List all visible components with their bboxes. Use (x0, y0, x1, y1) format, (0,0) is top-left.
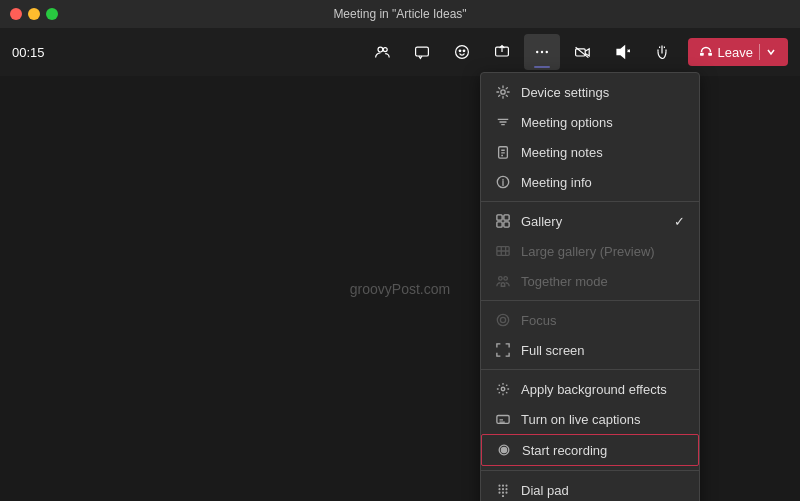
focus-label: Focus (521, 313, 556, 328)
chat-button[interactable] (404, 34, 440, 70)
meeting-notes-icon (495, 144, 511, 160)
svg-point-8 (540, 51, 542, 53)
svg-point-17 (501, 90, 505, 94)
window-title: Meeting in "Article Ideas" (333, 7, 466, 21)
more-options-menu: Device settingsMeeting optionsMeeting no… (480, 72, 700, 501)
fullscreen-label: Full screen (521, 343, 585, 358)
menu-item-large-gallery: Large gallery (Preview) (481, 236, 699, 266)
menu-item-meeting-notes[interactable]: Meeting notes (481, 137, 699, 167)
large-gallery-label: Large gallery (Preview) (521, 244, 655, 259)
large-gallery-icon (495, 243, 511, 259)
minimize-dot[interactable] (28, 8, 40, 20)
svg-point-1 (383, 48, 387, 52)
svg-point-9 (545, 51, 547, 53)
reactions-icon (454, 44, 470, 60)
menu-separator-after-meeting-info (481, 201, 699, 202)
chat-icon (414, 44, 430, 60)
meeting-notes-label: Meeting notes (521, 145, 603, 160)
svg-point-5 (463, 50, 465, 52)
participants-button[interactable] (364, 34, 400, 70)
titlebar: Meeting in "Article Ideas" (0, 0, 800, 28)
device-settings-icon (495, 84, 511, 100)
svg-rect-2 (415, 47, 428, 56)
menu-separator-after-together-mode (481, 300, 699, 301)
svg-point-7 (536, 51, 538, 53)
gallery-label: Gallery (521, 214, 562, 229)
share-screen-button[interactable] (484, 34, 520, 70)
svg-point-36 (498, 488, 500, 490)
meeting-options-label: Meeting options (521, 115, 613, 130)
meeting-info-label: Meeting info (521, 175, 592, 190)
toolbar-actions: Leave (364, 34, 788, 70)
background-effects-label: Apply background effects (521, 382, 667, 397)
svg-point-33 (498, 485, 500, 487)
svg-rect-20 (497, 215, 502, 220)
reactions-button[interactable] (444, 34, 480, 70)
menu-item-gallery[interactable]: Gallery✓ (481, 206, 699, 236)
toolbar: 00:15 (0, 28, 800, 76)
menu-item-live-captions[interactable]: Turn on live captions (481, 404, 699, 434)
leave-chevron-icon (766, 47, 776, 57)
raise-hand-button[interactable] (644, 34, 680, 70)
menu-item-meeting-options[interactable]: Meeting options (481, 107, 699, 137)
svg-point-27 (500, 317, 505, 322)
fullscreen-icon (495, 342, 511, 358)
background-effects-icon (495, 381, 511, 397)
menu-item-together-mode: Together mode (481, 266, 699, 296)
close-dot[interactable] (10, 8, 22, 20)
svg-point-41 (505, 492, 507, 494)
dial-pad-icon (495, 482, 511, 498)
svg-point-29 (501, 387, 505, 391)
mute-icon (614, 44, 630, 60)
more-options-button[interactable] (524, 34, 560, 70)
maximize-dot[interactable] (46, 8, 58, 20)
participants-icon (374, 44, 390, 60)
svg-point-39 (498, 492, 500, 494)
svg-point-34 (502, 485, 504, 487)
start-recording-icon (496, 442, 512, 458)
svg-point-25 (499, 277, 503, 281)
leave-phone-icon (700, 46, 712, 58)
menu-item-background-effects[interactable]: Apply background effects (481, 374, 699, 404)
menu-separator-after-start-recording (481, 470, 699, 471)
svg-point-26 (504, 277, 508, 281)
together-mode-icon (495, 273, 511, 289)
svg-rect-21 (504, 215, 509, 220)
device-settings-label: Device settings (521, 85, 609, 100)
svg-point-3 (455, 46, 468, 59)
svg-point-32 (501, 447, 506, 452)
start-recording-label: Start recording (522, 443, 607, 458)
svg-point-38 (505, 488, 507, 490)
svg-rect-16 (708, 53, 712, 56)
leave-divider (759, 44, 760, 60)
main-area: 00:15 (0, 28, 800, 501)
menu-item-dial-pad[interactable]: Dial pad (481, 475, 699, 501)
svg-point-0 (378, 47, 383, 52)
watermark: groovyPost.com (350, 281, 450, 297)
live-captions-icon (495, 411, 511, 427)
menu-item-focus: Focus (481, 305, 699, 335)
svg-rect-10 (575, 49, 585, 56)
dial-pad-label: Dial pad (521, 483, 569, 498)
mute-button[interactable] (604, 34, 640, 70)
leave-button[interactable]: Leave (688, 38, 788, 66)
svg-point-4 (459, 50, 461, 52)
share-screen-icon (494, 44, 510, 60)
gallery-icon (495, 213, 511, 229)
svg-point-35 (505, 485, 507, 487)
svg-rect-22 (497, 222, 502, 227)
menu-item-meeting-info[interactable]: Meeting info (481, 167, 699, 197)
menu-separator-after-fullscreen (481, 369, 699, 370)
meeting-info-icon (495, 174, 511, 190)
more-options-icon (534, 44, 550, 60)
camera-button[interactable] (564, 34, 600, 70)
menu-item-fullscreen[interactable]: Full screen (481, 335, 699, 365)
svg-point-42 (502, 495, 504, 497)
svg-point-28 (497, 314, 508, 325)
svg-marker-12 (616, 45, 625, 59)
svg-rect-23 (504, 222, 509, 227)
svg-point-37 (502, 488, 504, 490)
menu-item-device-settings[interactable]: Device settings (481, 77, 699, 107)
menu-item-start-recording[interactable]: Start recording (481, 434, 699, 466)
leave-label: Leave (718, 45, 753, 60)
